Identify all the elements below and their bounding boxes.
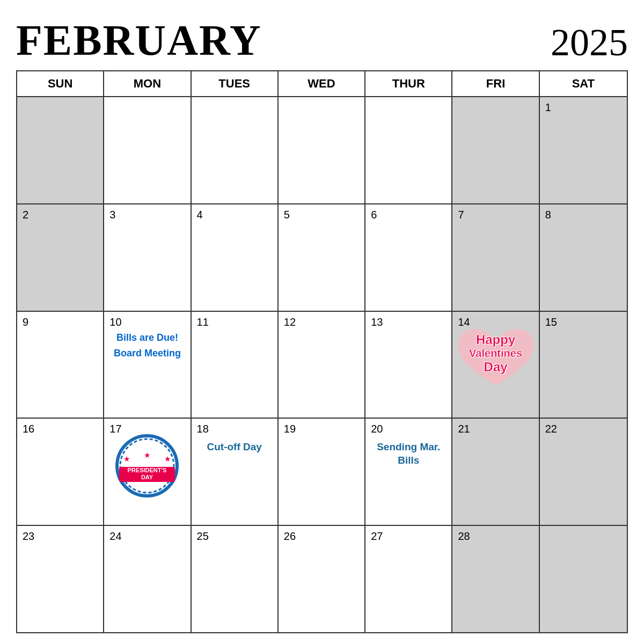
week-row-3: 9 10 Bills are Due! Board Meeting 11 12 …: [17, 312, 627, 419]
day-number-24: 24: [109, 530, 185, 543]
day-headers: SUN MON TUES WED THUR FRI SAT: [17, 71, 627, 97]
day-number-27: 27: [371, 530, 446, 543]
day-number-11: 11: [197, 316, 272, 328]
header-thur: THUR: [365, 71, 452, 96]
day-cell-20: 20 Sending Mar. Bills: [365, 419, 452, 525]
day-number-22: 22: [545, 423, 621, 435]
day-number-10: 10: [109, 316, 185, 328]
day-number-28: 28: [458, 530, 533, 543]
day-cell-14: 14 Happy Valentines Day: [452, 312, 539, 418]
month-title: FEBRUARY: [16, 16, 262, 65]
day-cell-16: 16: [17, 419, 104, 525]
day-number-12: 12: [284, 316, 359, 328]
day-cell-3: 3: [104, 204, 191, 311]
day-cell-empty-4: [279, 97, 365, 203]
day-cell-empty-end: [540, 526, 627, 632]
event-sending-bills: Sending Mar. Bills: [371, 441, 446, 467]
day-cell-26: 26: [279, 526, 365, 632]
weeks-container: 1 2 3 4 5 6: [17, 97, 627, 632]
header-fri: FRI: [452, 71, 539, 96]
day-number-16: 16: [23, 423, 98, 435]
day-cell-5: 5: [279, 204, 365, 311]
svg-point-2: [123, 442, 171, 489]
day-cell-10: 10 Bills are Due! Board Meeting: [104, 312, 191, 418]
day-number-21: 21: [458, 423, 533, 435]
day-cell-8: 8: [540, 204, 627, 311]
day-cell-17: 17 ★ ★ ★: [104, 419, 191, 525]
day-number-5: 5: [284, 209, 359, 221]
day-cell-empty-3: [192, 97, 279, 203]
event-board-meeting: Board Meeting: [109, 347, 185, 360]
day-number-20: 20: [371, 423, 446, 435]
day-number-1: 1: [545, 101, 621, 114]
day-cell-empty-6: [452, 97, 539, 203]
day-cell-2: 2: [17, 204, 104, 311]
day-cell-27: 27: [365, 526, 452, 632]
day-cell-21: 21: [452, 419, 539, 525]
day-number-13: 13: [371, 316, 446, 328]
week-row-4: 16 17 ★: [17, 419, 627, 526]
day-cell-22: 22: [540, 419, 627, 525]
day-number-23: 23: [23, 530, 98, 543]
valentines-happy: Happy: [452, 332, 538, 347]
day-number-26: 26: [284, 530, 359, 543]
day-cell-12: 12: [279, 312, 365, 418]
calendar-header: FEBRUARY 2025: [16, 16, 628, 65]
day-number-15: 15: [545, 316, 621, 328]
day-cell-7: 7: [452, 204, 539, 311]
header-tues: TUES: [192, 71, 279, 96]
svg-text:PRESIDENT'S: PRESIDENT'S: [128, 467, 167, 473]
day-number-3: 3: [109, 209, 185, 221]
svg-text:★: ★: [164, 455, 171, 463]
day-cell-15: 15: [540, 312, 627, 418]
day-number-2: 2: [23, 209, 98, 221]
day-number-6: 6: [371, 209, 446, 221]
day-cell-18: 18 Cut-off Day: [192, 419, 279, 525]
event-cutoff-day: Cut-off Day: [197, 441, 272, 454]
day-cell-19: 19: [279, 419, 365, 525]
day-cell-1: 1: [540, 97, 627, 203]
day-number-8: 8: [545, 209, 621, 221]
day-cell-empty-5: [365, 97, 452, 203]
svg-text:★: ★: [123, 455, 130, 463]
valentines-day: Day: [452, 360, 538, 375]
valentines-valentines: Valentines: [452, 347, 538, 360]
header-sat: SAT: [540, 71, 627, 96]
day-number-25: 25: [197, 530, 272, 543]
day-cell-23: 23: [17, 526, 104, 632]
header-sun: SUN: [17, 71, 104, 96]
header-mon: MON: [104, 71, 191, 96]
day-number-4: 4: [197, 209, 272, 221]
valentines-event: Happy Valentines Day: [452, 327, 538, 375]
day-number-7: 7: [458, 209, 533, 221]
day-cell-empty-2: [104, 97, 191, 203]
calendar-grid: SUN MON TUES WED THUR FRI SAT 1: [16, 70, 628, 633]
day-cell-9: 9: [17, 312, 104, 418]
year-title: 2025: [551, 20, 628, 65]
event-bills-due: Bills are Due!: [109, 332, 185, 344]
svg-text:DAY: DAY: [141, 474, 153, 480]
day-cell-28: 28: [452, 526, 539, 632]
week-row-5: 23 24 25 26 27 28: [17, 526, 627, 632]
week-row-2: 2 3 4 5 6 7 8: [17, 204, 627, 312]
day-cell-empty-1: [17, 97, 104, 203]
header-wed: WED: [279, 71, 365, 96]
svg-text:★: ★: [144, 451, 151, 459]
day-cell-4: 4: [192, 204, 279, 311]
day-cell-11: 11: [192, 312, 279, 418]
day-number-18: 18: [197, 423, 272, 435]
day-number-9: 9: [23, 316, 98, 328]
week-row-1: 1: [17, 97, 627, 204]
day-cell-24: 24: [104, 526, 191, 632]
presidents-day-badge: ★ ★ ★ PRESIDENT'S DAY: [115, 434, 179, 500]
day-cell-13: 13: [365, 312, 452, 418]
day-number-19: 19: [284, 423, 359, 435]
day-cell-25: 25: [192, 526, 279, 632]
day-cell-6: 6: [365, 204, 452, 311]
